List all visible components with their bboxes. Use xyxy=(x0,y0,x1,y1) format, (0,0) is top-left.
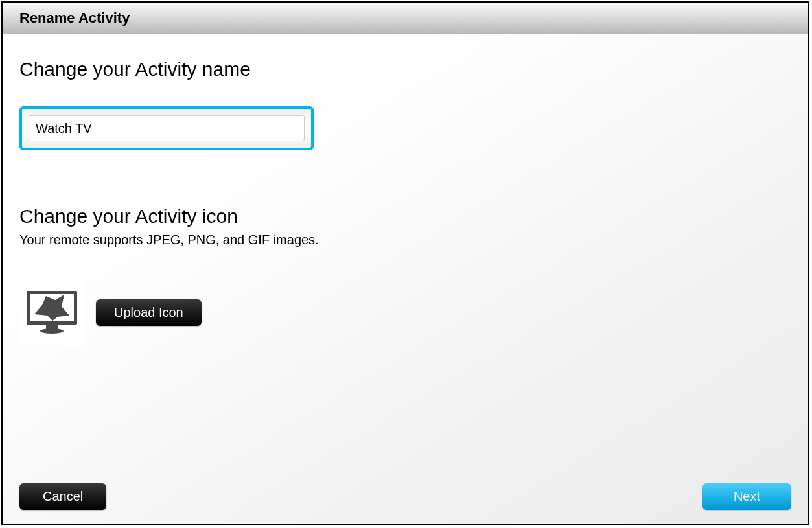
activity-name-input-wrapper xyxy=(19,106,314,150)
next-button[interactable]: Next xyxy=(702,483,791,510)
icon-preview xyxy=(19,280,84,345)
tv-star-icon xyxy=(27,291,77,334)
activity-icon-subtext: Your remote supports JPEG, PNG, and GIF … xyxy=(19,233,791,247)
dialog-title: Rename Activity xyxy=(19,10,130,27)
dialog-footer: Cancel Next xyxy=(19,483,791,510)
upload-icon-button[interactable]: Upload Icon xyxy=(96,299,202,326)
dialog-header: Rename Activity xyxy=(3,3,808,34)
rename-activity-dialog: Rename Activity Change your Activity nam… xyxy=(1,1,809,525)
activity-icon-heading: Change your Activity icon xyxy=(19,205,791,227)
activity-name-heading: Change your Activity name xyxy=(19,58,791,80)
activity-name-input[interactable] xyxy=(29,115,305,141)
icon-upload-row: Upload Icon xyxy=(19,280,791,345)
cancel-button[interactable]: Cancel xyxy=(19,483,106,510)
svg-point-1 xyxy=(40,328,64,334)
dialog-content: Change your Activity name Change your Ac… xyxy=(3,34,808,524)
